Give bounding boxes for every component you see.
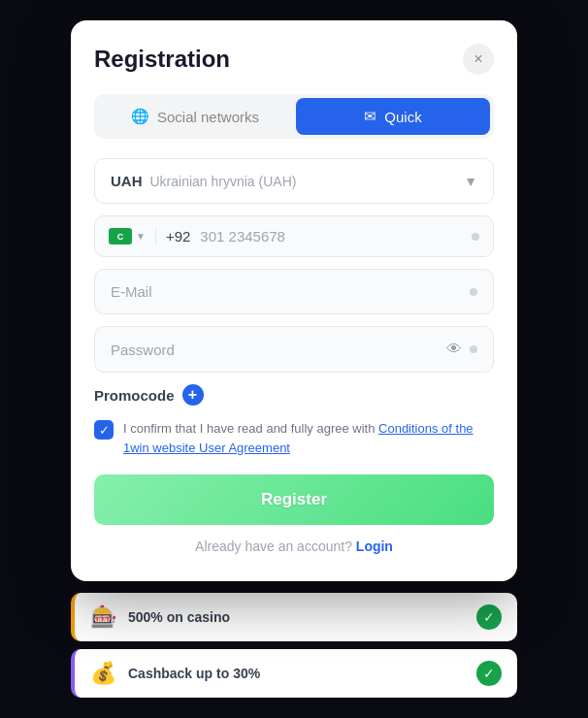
social-icon: 🌐: [131, 108, 149, 125]
cashback-icon: 💰: [90, 661, 116, 686]
email-required-indicator: [470, 288, 477, 296]
phone-prefix: +92: [166, 228, 190, 245]
tab-quick-label: Quick: [384, 109, 421, 125]
promo-card-casino: 🎰 500% on casino ✓: [71, 593, 517, 641]
modal-wrapper: Registration × 🌐 Social networks ✉ Quick…: [0, 20, 588, 698]
checkmark-icon: ✓: [99, 424, 110, 437]
login-link[interactable]: Login: [356, 538, 393, 554]
promocode-row: Promocode +: [94, 384, 494, 406]
modal-title: Registration: [94, 46, 230, 73]
promo-cashback-text: Cashback up to 30%: [128, 666, 465, 681]
agreement-row: ✓ I confirm that I have read and fully a…: [94, 419, 494, 457]
country-selector[interactable]: C ▼: [109, 228, 156, 245]
flag-icon: C: [109, 228, 132, 245]
currency-name: Ukrainian hryvnia (UAH): [150, 174, 297, 189]
promo-card-cashback: 💰 Cashback up to 30% ✓: [71, 649, 517, 698]
chevron-down-icon: ▼: [464, 174, 477, 189]
tab-quick[interactable]: ✉ Quick: [296, 98, 490, 135]
password-placeholder: Password: [111, 342, 175, 358]
promo-casino-text: 500% on casino: [128, 609, 465, 625]
promo-check-icon: ✓: [476, 604, 502, 630]
promos-container: 🎰 500% on casino ✓ 💰 Cashback up to 30% …: [71, 593, 517, 698]
tab-social[interactable]: 🌐 Social networks: [98, 98, 292, 135]
currency-code: UAH: [111, 173, 143, 189]
eye-icon: 👁: [446, 341, 462, 358]
agreement-text-before: I confirm that I have read and fully agr…: [123, 421, 378, 436]
login-prompt: Already have an account?: [195, 538, 352, 554]
modal-header: Registration ×: [94, 44, 494, 75]
promocode-label: Promocode: [94, 387, 175, 404]
agreement-text: I confirm that I have read and fully agr…: [123, 419, 494, 457]
password-input-row[interactable]: Password 👁: [94, 326, 494, 373]
login-row: Already have an account? Login: [94, 538, 494, 554]
currency-label: UAH Ukrainian hryvnia (UAH): [111, 173, 296, 189]
password-required-indicator: [470, 345, 477, 353]
add-promocode-button[interactable]: +: [182, 384, 204, 406]
cashback-check-icon: ✓: [476, 661, 502, 686]
password-content: Password 👁: [111, 341, 477, 358]
agreement-checkbox[interactable]: ✓: [94, 420, 114, 440]
required-indicator: [472, 233, 479, 241]
casino-icon: 🎰: [90, 604, 116, 630]
tab-social-label: Social networks: [157, 109, 259, 125]
close-button[interactable]: ×: [463, 44, 494, 75]
email-input-row[interactable]: E-Mail: [94, 269, 494, 314]
tab-row: 🌐 Social networks ✉ Quick: [94, 94, 494, 139]
currency-selector[interactable]: UAH Ukrainian hryvnia (UAH) ▼: [94, 158, 494, 204]
email-icon: ✉: [364, 108, 376, 125]
flag-chevron-icon: ▼: [136, 231, 146, 242]
phone-input-row: C ▼ +92 301 2345678: [94, 215, 494, 257]
email-placeholder: E-Mail: [111, 283, 152, 300]
register-button[interactable]: Register: [94, 474, 494, 525]
registration-modal: Registration × 🌐 Social networks ✉ Quick…: [71, 20, 517, 581]
phone-number-placeholder[interactable]: 301 2345678: [200, 228, 462, 245]
